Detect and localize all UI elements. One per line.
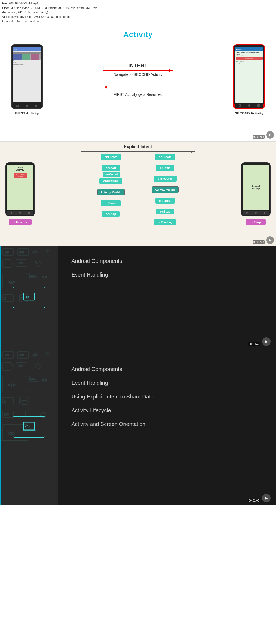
lc-col-left: onCreate onStart onRestart onResume Acti… <box>97 154 124 217</box>
svg-point-42 <box>43 379 46 381</box>
svg-point-35 <box>35 364 40 369</box>
menu-android-components-1[interactable]: Android Components <box>71 257 263 265</box>
first-phone-topbar: Home <box>13 47 41 51</box>
play-button-2[interactable] <box>266 236 274 244</box>
lc-onpause-right: onPause <box>155 198 175 204</box>
sidebar-icon-group-2: </> <box>13 416 45 438</box>
panel-content-1: Android Components Event Handling 00:00:… <box>58 246 276 349</box>
sidebar-2: HD JPG </> CSS </> HTML <box>0 349 58 505</box>
meta-filename: File: 20160804223348.mp4 <box>2 1 274 6</box>
menu-event-handling-1[interactable]: Event Handling <box>71 271 263 279</box>
svg-text:</>: </> <box>8 280 15 285</box>
svg-point-16 <box>42 275 47 279</box>
first-phone-screen: Home Bookmarks Playlists Downloaded <box>13 47 41 102</box>
video-frame-1: Activity Home <box>0 25 276 246</box>
menu-event-handling-2[interactable]: Event Handling <box>71 379 263 387</box>
first-phone: Home Bookmarks Playlists Downloaded <box>11 44 43 109</box>
lc-onstop-right: onStop <box>156 209 174 214</box>
svg-rect-32 <box>3 362 11 370</box>
intent-description: Navigate to SECOND Activity <box>113 72 163 77</box>
first-phone-nav <box>13 104 41 108</box>
svg-text:</>: </> <box>25 295 30 298</box>
svg-point-45 <box>19 397 29 401</box>
second-phone-nav <box>234 104 264 107</box>
lc-onresume-left: onResume <box>99 178 122 184</box>
video-frame-2: MainActivity Go To SecondActivity onResu… <box>0 141 276 246</box>
meta-size: Size: 3306447 bytes (3.15 MiB), duration… <box>2 6 274 10</box>
explicit-intent-label: Explicit Intent <box>124 144 152 149</box>
svg-text:JPG: JPG <box>19 251 24 254</box>
svg-text:HD: HD <box>5 354 9 357</box>
intent-area: INTENT Navigate to SECOND Activity FIRST… <box>43 63 233 97</box>
lc-oncreate-right: onCreate <box>155 154 175 160</box>
lc-left-phone-body: MainActivity Go To SecondActivity <box>5 162 35 216</box>
svg-text:CSS: CSS <box>18 262 23 265</box>
timestamp-2: 00:00:28 <box>253 240 265 244</box>
lc-right-phone-screen: SecondActivity <box>243 165 269 210</box>
lc-columns: onCreate onStart onRestart onResume Acti… <box>97 154 178 232</box>
intent-label: INTENT <box>129 63 148 69</box>
play-button-3[interactable] <box>262 337 271 346</box>
lc-ondestroy: onDestroy <box>154 219 176 225</box>
menu-explicit-intent[interactable]: Using Explicit Intent to Share Data <box>71 393 263 401</box>
svg-text:{ }: { } <box>4 297 6 300</box>
lc-onstart-left: onStart <box>102 165 120 171</box>
code-laptop-icon-2: </> <box>13 416 45 438</box>
lc-onpause-left: onPause <box>101 200 121 206</box>
second-phone-screen: ◀ Course Getting Started with Android Ma… <box>235 47 263 103</box>
lc-left-phone-screen: MainActivity Go To SecondActivity <box>7 165 33 210</box>
meta-bar: File: 20160804223348.mp4 Size: 3306447 b… <box>0 0 276 25</box>
play-button-4[interactable] <box>262 494 271 502</box>
lc-visible-left: Activity Visible <box>97 189 124 195</box>
first-activity-container: Home Bookmarks Playlists Downloaded <box>11 44 43 115</box>
svg-point-48 <box>19 401 29 405</box>
frame1-title: Activity <box>123 30 153 39</box>
lc-main-activity-label: MainActivity <box>16 166 24 171</box>
lc-center: Explicit Intent onCreate onStart onResta… <box>40 142 236 246</box>
svg-text:</>: </> <box>25 424 30 428</box>
sidebar-1: HD JPG </> CSS <box>0 246 58 349</box>
menu-android-components-2[interactable]: Android Components <box>71 365 263 373</box>
lc-onstart-right: onStart <box>156 165 174 171</box>
lc-dashed-separator <box>138 157 138 232</box>
lc-left-phone-container: MainActivity Go To SecondActivity onResu… <box>0 142 40 246</box>
lc-onrestart: onRestart <box>103 172 120 177</box>
lc-onstop-left: onStop <box>102 211 120 217</box>
lc-left-nav <box>7 211 33 215</box>
svg-text:</>: </> <box>32 250 38 254</box>
code-laptop-icon-1: </> <box>13 287 45 308</box>
timestamp-1: 00:00:18 <box>253 135 265 139</box>
meta-audio: Audio: aac, 44100 Hz, stereo (eng) <box>2 10 274 15</box>
svg-text:{ }: { } <box>4 400 6 403</box>
svg-text:</>: </> <box>8 382 15 388</box>
svg-point-41 <box>42 378 47 382</box>
second-phone: ◀ Course Getting Started with Android Ma… <box>233 44 265 109</box>
lc-oncreate-left: onCreate <box>101 154 121 160</box>
timestamp-4: 00:01:06 <box>248 499 260 502</box>
menu-screen-orientation[interactable]: Activity and Screen Orientation <box>71 420 263 428</box>
timestamp-3: 00:00:42 <box>248 342 260 346</box>
frame1-content: Home Bookmarks Playlists Downloaded <box>11 44 265 115</box>
lc-right-phone-container: SecondActivity onStop <box>236 142 276 246</box>
lc-second-activity-label: SecondActivity <box>252 185 260 190</box>
lc-col-right: onCreate onStart onResume Activity Visib… <box>152 154 179 225</box>
svg-rect-5 <box>3 260 11 268</box>
svg-text:</>: </> <box>32 353 38 357</box>
panel-row-2: HD JPG </> CSS </> HTML <box>0 349 276 505</box>
resume-text: FIRST Activity gets Resumed <box>113 92 163 97</box>
meta-video: Video: h264, yuv420p, 1280x720, 30.00 fp… <box>2 15 274 19</box>
play-button-1[interactable] <box>266 131 274 139</box>
panel-row-1: HD JPG </> CSS <box>0 246 276 349</box>
svg-text:HTML: HTML <box>30 378 37 381</box>
lc-onresume-right: onResume <box>154 176 176 182</box>
sidebar-icon-group-1: </> <box>13 287 45 308</box>
second-activity-container: ◀ Course Getting Started with Android Ma… <box>233 44 265 115</box>
lc-visible-right: Activity Visible <box>152 186 179 193</box>
svg-text:CSS: CSS <box>18 364 23 367</box>
svg-text:HD: HD <box>5 251 9 254</box>
svg-text:JPG: JPG <box>19 354 24 357</box>
svg-point-17 <box>43 276 46 278</box>
meta-generated: Generated by Thumbnail.me <box>2 19 274 23</box>
svg-text:HTML: HTML <box>30 275 37 278</box>
menu-activity-lifecycle[interactable]: Activity Lifecycle <box>71 406 263 415</box>
